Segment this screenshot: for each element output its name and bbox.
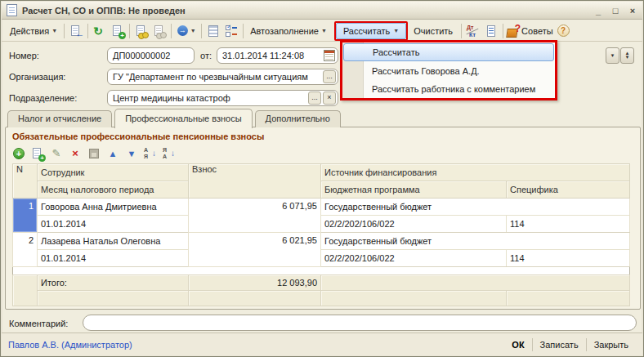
date-field[interactable]: 31.01.2014 11:24:08 [217,47,338,64]
table-subrow[interactable]: 01.01.2014 02/2/202/106/022 114 [13,250,630,267]
toolbar-separator [171,24,172,38]
department-clear-button[interactable]: × [323,91,336,105]
move-up-button[interactable]: ▲ [106,147,119,160]
chevron-down-icon: ▼ [321,28,327,33]
program-cell[interactable]: 02/2/202/106/022 [321,250,507,267]
sort-descending-button[interactable]: Я А ↓ [163,147,176,160]
post-document-icon [135,25,148,38]
employee-cell[interactable]: Говорова Анна Дмитриевна [38,199,189,216]
autofill-label: Автозаполнение [250,26,319,36]
menu-item-calculate-with-comment[interactable]: Рассчитать работника с комментарием [342,80,555,98]
department-field[interactable]: Центр медицины катастроф ... × [107,90,338,106]
source-cell[interactable]: Государственный бюджет [321,199,630,216]
table-row[interactable]: 1 Говорова Анна Дмитриевна 6 071,95 Госу… [13,199,630,216]
structure-button[interactable] [204,22,222,40]
toolbar-separator [461,24,462,38]
tab-professional-contributions[interactable]: Профессиональные взносы [114,109,252,128]
help-button[interactable]: ? [557,25,570,37]
close-form-button[interactable]: Закрыть [587,337,636,352]
tab-additional[interactable]: Дополнительно [255,110,341,127]
clear-button[interactable]: Очистить [408,24,458,38]
source-cell[interactable]: Государственный бюджет [321,233,630,250]
department-label: Подразделение: [9,90,77,106]
col-header-program[interactable]: Бюджетная программа [321,181,507,199]
current-user-link[interactable]: Павлов А.В. (Администратор) [8,340,132,350]
dt-kt-icon: Дт Кт [466,25,481,38]
save-close-icon: ← [69,25,83,38]
col-header-month[interactable]: Месяц налогового периода [38,181,189,199]
spinner-control[interactable]: ▲ ▼ [620,47,634,64]
move-down-button[interactable]: ▼ [125,147,138,160]
row-number-cell[interactable]: 2 [13,233,38,267]
department-select-button[interactable]: ... [308,91,321,105]
col-header-amount[interactable]: Взнос [189,164,321,199]
autofill-button[interactable]: Автозаполнение ▼ [246,25,331,38]
col-header-specifics[interactable]: Специфика [507,181,630,199]
amount-cell[interactable]: 6 021,95 [189,233,321,267]
edit-row-button[interactable]: ✎ [50,147,63,160]
employee-cell[interactable]: Лазарева Наталья Олеговна [38,233,189,250]
tips-button[interactable]: Советы [521,25,557,38]
clear-label: Очистить [414,26,453,36]
month-cell[interactable]: 01.01.2014 [38,250,189,267]
program-cell[interactable]: 02/2/202/106/022 [321,216,507,233]
end-edit-button[interactable] [87,147,101,160]
maximize-button[interactable]: □ [610,6,620,16]
specifics-cell[interactable]: 114 [507,250,630,267]
dt-kt-button[interactable]: Дт Кт [464,22,482,40]
menu-item-calculate[interactable]: Рассчитать [343,43,554,61]
row-number-cell[interactable]: 1 [13,199,38,233]
go-to-button[interactable]: → ▼ [174,22,199,40]
month-cell[interactable]: 01.01.2014 [38,216,189,233]
col-header-employee[interactable]: Сотрудник [38,164,189,181]
combo-dropdown-button[interactable]: ▼ [606,47,619,64]
copy-button[interactable]: + [109,22,127,40]
ok-button[interactable]: ОК [504,337,531,352]
copy-row-button[interactable]: + [31,147,44,160]
menu-item-calculate-govorova[interactable]: Рассчитать Говорова А.Д. [342,62,555,80]
calendar-icon[interactable] [324,50,335,61]
total-source-cell [321,275,630,291]
amount-cell[interactable]: 6 071,95 [189,199,321,233]
sort-arrow-icon: ↓ [171,149,175,158]
refresh-button[interactable]: ↻ [91,22,109,40]
sort-ascending-button[interactable]: А Я ↓ [144,147,157,160]
post-document-button[interactable] [132,22,150,40]
settings-list-button[interactable] [222,22,240,40]
department-value: Центр медицины катастроф [108,93,308,103]
comment-input[interactable] [83,315,636,330]
tips-book-icon: ? [507,25,520,38]
copy-new-icon: + [111,25,124,38]
col-header-n[interactable]: N [13,164,38,199]
report-button[interactable] [482,22,500,40]
actions-label: Действия [10,26,49,36]
calculate-button[interactable]: Рассчитать ▼ [336,23,406,39]
tips-label: Советы [521,26,552,36]
close-button[interactable]: × [628,6,637,16]
header-row-2: Месяц налогового периода Бюджетная прогр… [13,181,630,199]
table-row[interactable]: 2 Лазарева Наталья Олеговна 6 021,95 Гос… [13,233,630,250]
tab-tax-deduction[interactable]: Налог и отчисление [7,110,112,127]
floppy-icon [89,149,99,158]
table-subrow[interactable]: 01.01.2014 02/2/202/106/022 114 [13,216,630,233]
add-row-button[interactable]: + [12,147,25,160]
organization-field[interactable]: ГУ "Департамент по чрезвычайным ситуация… [107,69,338,85]
plus-icon: + [38,154,46,162]
write-button[interactable]: Записать [533,337,586,352]
number-field[interactable]: ДП000000002 [107,47,195,64]
toolbar-separator [503,24,503,38]
number-label: Номер: [9,47,39,64]
list-rows-icon [207,25,220,38]
tab-panel: Обязательные профессиональные пенсионные… [5,127,641,310]
undo-posting-button[interactable] [150,22,168,40]
specifics-cell[interactable]: 114 [507,216,630,233]
minimize-button[interactable]: _ [593,6,603,16]
col-header-source[interactable]: Источник финансирования [321,164,630,181]
total-amount-cell: 12 093,90 [189,275,321,291]
delete-row-button[interactable]: × [69,147,82,160]
arrow-down-icon: ▼ [127,149,136,158]
organization-value: ГУ "Департамент по чрезвычайным ситуация… [108,72,323,82]
save-and-close-button[interactable]: ← [67,22,85,40]
actions-button[interactable]: Действия ▼ [6,25,61,38]
organization-select-button[interactable]: ... [323,70,336,83]
